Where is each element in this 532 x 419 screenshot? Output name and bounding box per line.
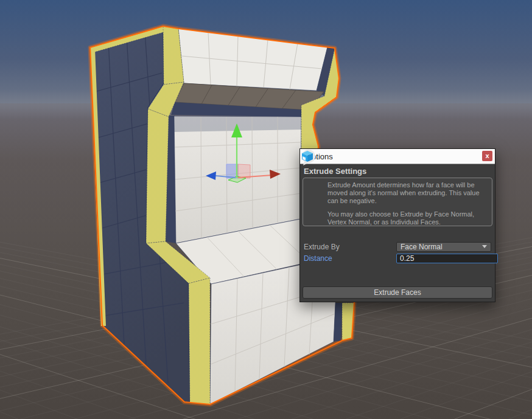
extrude-by-row: Extrude By Face Normal bbox=[304, 241, 491, 252]
extrude-by-label: Extrude By bbox=[304, 243, 396, 251]
dialog-titlebar[interactable]: Options x bbox=[300, 149, 495, 164]
selected-mid-band bbox=[146, 109, 169, 243]
extrude-face-icon bbox=[300, 149, 315, 162]
distance-row: Distance bbox=[304, 253, 491, 263]
extrude-faces-button[interactable]: Extrude Faces bbox=[303, 286, 492, 299]
dropdown-arrow-icon bbox=[482, 245, 487, 248]
options-dialog: Options x Extrude Settings Extrude Amoun… bbox=[299, 148, 495, 302]
help-text: Extrude Amount determines how far a face… bbox=[327, 181, 488, 226]
extrude-by-dropdown[interactable]: Face Normal bbox=[396, 242, 491, 252]
extrude-by-value: Face Normal bbox=[401, 243, 443, 251]
unity-scene-view[interactable]: Options x Extrude Settings Extrude Amoun… bbox=[0, 0, 532, 419]
help-paragraph-1: Extrude Amount determines how far a face… bbox=[327, 181, 488, 205]
close-icon: x bbox=[485, 153, 489, 159]
help-box: Extrude Amount determines how far a face… bbox=[303, 178, 492, 226]
section-title: Extrude Settings bbox=[300, 164, 495, 178]
help-paragraph-2: You may also choose to Extrude by Face N… bbox=[327, 210, 488, 226]
selected-lower-band bbox=[189, 278, 210, 404]
distance-label: Distance bbox=[304, 254, 396, 263]
close-button[interactable]: x bbox=[482, 151, 492, 161]
extrude-icon-row bbox=[300, 227, 495, 241]
distance-input[interactable] bbox=[396, 254, 498, 263]
